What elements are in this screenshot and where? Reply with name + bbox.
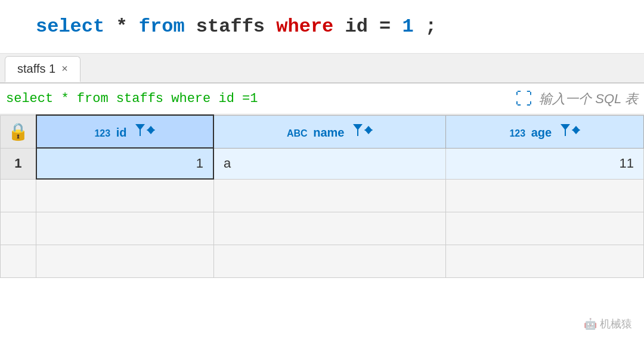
empty-rownum-3 (1, 212, 36, 245)
svg-marker-6 (561, 124, 570, 136)
empty-row-2 (1, 179, 644, 212)
empty-age-4 (446, 245, 644, 277)
semicolon: ; (425, 16, 436, 38)
col-name-name: name (313, 126, 344, 139)
tab-bar: staffs 1 × (0, 54, 644, 84)
tab-label: staffs 1 (17, 62, 55, 76)
column-header-id[interactable]: 123 id (36, 115, 214, 148)
svg-marker-5 (364, 129, 373, 134)
col-type-name: ABC (287, 128, 308, 138)
col-type-age: 123 (509, 128, 525, 138)
data-table: 🔒 123 id (0, 115, 644, 278)
filter-icon-svg-age (560, 123, 571, 137)
empty-name-4 (213, 245, 446, 277)
tab-staffs1[interactable]: staffs 1 × (5, 56, 80, 82)
keyword-where: where (276, 16, 333, 38)
col-name-id: id (116, 126, 127, 139)
sort-icon-svg-id (147, 126, 155, 134)
row-number-1: 1 (1, 148, 36, 179)
table-name: staffs (196, 16, 276, 38)
expand-icon[interactable]: ⛶ (515, 89, 532, 109)
code-area: select * from staffs where id = 1 ; (0, 0, 644, 54)
star-operator: * (116, 16, 138, 38)
column-id: id (345, 16, 379, 38)
filter-icon-svg-name (352, 123, 363, 137)
col-name-age: age (531, 126, 552, 139)
sql-placeholder: 输入一个 SQL 表 (539, 90, 638, 108)
column-header-name[interactable]: ABC name (213, 115, 446, 148)
filter-sort-icon-name[interactable] (352, 123, 373, 137)
cell-id-1[interactable]: 1 (36, 148, 214, 179)
cell-name-1[interactable]: a (213, 148, 446, 179)
column-header-age[interactable]: 123 age (446, 115, 644, 148)
col-type-id: 123 (94, 128, 110, 138)
cell-age-1[interactable]: 11 (446, 148, 644, 179)
empty-id-3 (36, 212, 214, 245)
svg-marker-0 (135, 124, 145, 136)
lock-cell: 🔒 (1, 115, 36, 148)
empty-age-3 (446, 212, 644, 245)
empty-id-2 (36, 179, 214, 212)
empty-rownum-2 (1, 179, 36, 212)
value-1: 1 (402, 16, 414, 38)
svg-marker-8 (572, 129, 580, 134)
tab-close-button[interactable]: × (61, 63, 68, 75)
watermark: 🤖 机械猿 (584, 317, 632, 331)
empty-id-4 (36, 245, 214, 277)
sort-icon-svg-name (364, 126, 373, 134)
svg-marker-2 (147, 129, 155, 134)
filter-icon-svg-id (135, 123, 145, 137)
table-row: 1 1 a 11 (1, 148, 644, 179)
empty-row-3 (1, 212, 644, 245)
sort-icon-svg-age (572, 126, 580, 134)
table-header-row: 🔒 123 id (1, 115, 644, 148)
filter-sort-icon-id[interactable] (135, 123, 155, 137)
table-wrapper: 🔒 123 id (0, 115, 644, 343)
svg-marker-3 (353, 124, 363, 136)
keyword-from: from (139, 16, 185, 38)
main-container: select * from staffs where id = 1 ; staf… (0, 0, 644, 343)
lock-icon: 🔒 (8, 123, 29, 142)
empty-age-2 (446, 179, 644, 212)
code-line: select * from staffs where id = 1 ; (36, 14, 436, 39)
query-bar: select * from staffs where id =1 ⛶ 输入一个 … (0, 84, 644, 115)
empty-name-2 (213, 179, 446, 212)
empty-rownum-4 (1, 245, 36, 277)
empty-row-4 (1, 245, 644, 277)
empty-name-3 (213, 212, 446, 245)
filter-sort-icon-age[interactable] (560, 123, 580, 137)
keyword-select: select (36, 16, 104, 38)
query-text: select * from staffs where id =1 (6, 91, 508, 106)
equals-sign: = (379, 16, 391, 38)
